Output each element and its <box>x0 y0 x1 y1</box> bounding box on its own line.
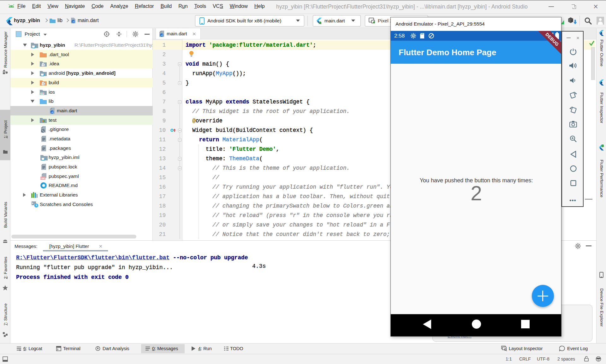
svg-text:YML: YML <box>40 177 45 180</box>
